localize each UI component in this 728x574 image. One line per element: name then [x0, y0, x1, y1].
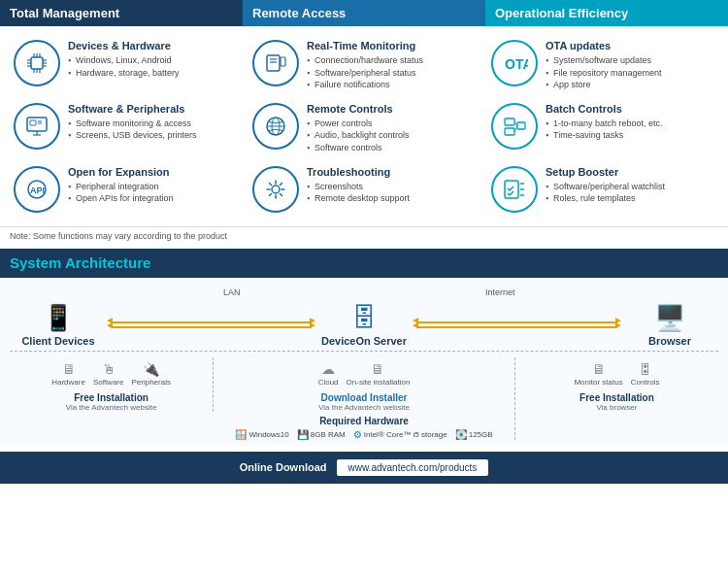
req-hw-title: Required Hardware	[319, 416, 409, 426]
feature-bullet: Connection/hardware status	[307, 54, 423, 67]
sub-label: Cloud	[318, 378, 339, 387]
feature-icon-4	[252, 103, 299, 150]
client-icon: 📱	[43, 303, 74, 333]
feature-item-0: Devices & Hardware Windows, Linux, Andro…	[6, 34, 245, 97]
feature-icon-1	[252, 40, 299, 86]
feature-title-6: Open for Expansion	[68, 166, 174, 178]
note-text: Note: Some functions may vary according …	[10, 231, 227, 241]
feature-item-3: Software & Peripherals Software monitori…	[6, 97, 245, 160]
feature-bullets-3: Software monitoring & accessScreens, USB…	[68, 118, 197, 142]
server-bottom: ☁Cloud🖥On-site installation Download Ins…	[214, 357, 515, 440]
online-label: Online Download	[240, 461, 327, 473]
server-sub-items: ☁Cloud🖥On-site installation	[318, 361, 411, 387]
server-sub-item: ☁Cloud	[318, 361, 339, 387]
client-install-sub: Via the Advantech website	[66, 403, 157, 412]
arch-browser-node: 🖥️ Browser	[621, 303, 718, 347]
svg-text:OTA: OTA	[505, 56, 528, 72]
sub-icon: ☁	[321, 361, 335, 377]
sub-label: Peripherals	[131, 378, 170, 387]
browser-sub-item: 🖥Monitor status	[574, 361, 622, 387]
hw-spec: 💽125GB	[455, 429, 493, 440]
server-sub-item: 🖥On-site installation	[347, 361, 411, 387]
sub-label: Controls	[631, 378, 660, 387]
header-total-label: Total Management	[10, 6, 119, 20]
hw-icon: 💾	[297, 429, 309, 440]
feature-content-4: Remote Controls Power controlsAudio, bac…	[307, 103, 410, 154]
feature-bullet: Hardware, storage, battery	[68, 67, 180, 80]
arch-server-node: 🗄 DeviceOn Server	[315, 303, 413, 347]
feature-bullet: Remote desktop support	[307, 192, 410, 205]
feature-bullet: Screenshots	[307, 181, 410, 193]
sub-icon: 🖥	[592, 361, 606, 377]
svg-rect-29	[517, 122, 525, 129]
sub-label: Software	[93, 378, 124, 387]
sub-label: On-site installation	[347, 378, 411, 387]
sub-icon: 🔌	[143, 361, 159, 377]
feature-bullet: 1-to-many batch reboot, etc.	[546, 118, 663, 130]
feature-title-7: Troubleshooting	[307, 166, 410, 178]
feature-title-8: Setup Booster	[546, 166, 665, 178]
arch-bottom-row: 🖥Hardware🖱Software🔌Peripherals Free Inst…	[10, 351, 718, 440]
svg-rect-16	[281, 57, 285, 66]
feature-item-6: API Open for Expansion Peripheral integr…	[6, 160, 245, 219]
arch-client-node: 📱 Client Devices	[10, 303, 107, 347]
features-grid: Devices & Hardware Windows, Linux, Andro…	[0, 26, 728, 227]
online-url[interactable]: www.advantech.com/products	[337, 459, 489, 476]
feature-title-0: Devices & Hardware	[68, 40, 180, 51]
feature-content-8: Setup Booster Software/peripheral watchl…	[546, 166, 665, 205]
hw-icon: ⚙	[353, 429, 362, 440]
download-sub: Via the Advantech website	[318, 403, 410, 412]
feature-bullets-0: Windows, Linux, AndroidHardware, storage…	[68, 54, 180, 79]
header-remote-label: Remote Access	[252, 6, 346, 20]
sub-icon: 🖱	[102, 361, 116, 377]
feature-bullet: Software/peripheral watchlist	[546, 181, 665, 193]
browser-sub-items: 🖥Monitor status🎛Controls	[574, 361, 659, 387]
feature-title-3: Software & Peripherals	[68, 103, 197, 115]
feature-bullet: Roles, rule templates	[546, 192, 665, 205]
arch-header: System Architecture	[0, 249, 728, 278]
sub-icon: 🖥	[371, 361, 384, 377]
feature-icon-0	[14, 40, 60, 86]
hw-spec-label: 8GB RAM	[311, 430, 346, 439]
feature-bullet: Time-saving tasks	[546, 129, 663, 142]
feature-content-2: OTA updates System/software updatesFile …	[546, 40, 662, 91]
feature-icon-3	[14, 103, 60, 150]
feature-bullet: Open APIs for integration	[68, 192, 174, 205]
arch-internet-arrow: ◄ ► ◄ ►	[413, 321, 621, 328]
browser-title: Browser	[648, 335, 691, 347]
feature-bullet: Software monitoring & access	[68, 118, 197, 130]
feature-title-5: Batch Controls	[546, 103, 663, 115]
client-title: Client Devices	[21, 335, 94, 347]
feature-item-1: Real-Time Monitoring Connection/hardware…	[245, 34, 483, 97]
feature-bullet: Screens, USB devices, printers	[68, 129, 197, 142]
svg-text:API: API	[30, 186, 45, 195]
feature-icon-7	[252, 166, 299, 213]
arch-lan-arrow: ◄ ► ◄ ►	[107, 321, 315, 328]
feature-bullets-7: ScreenshotsRemote desktop support	[307, 181, 410, 205]
feature-bullets-8: Software/peripheral watchlistRoles, rule…	[546, 181, 665, 205]
feature-content-6: Open for Expansion Peripheral integratio…	[68, 166, 174, 205]
feature-icon-8	[491, 166, 538, 213]
hw-spec: 💾8GB RAM	[297, 429, 346, 440]
feature-bullet: Peripheral integration	[68, 181, 174, 193]
sub-label: Monitor status	[574, 378, 622, 387]
feature-bullet: Power controls	[307, 118, 410, 130]
feature-bullets-4: Power controlsAudio, backlight controlsS…	[307, 118, 410, 154]
hw-spec-label: Windows10	[248, 430, 288, 439]
hw-spec-label: 125GB	[469, 430, 493, 439]
feature-bullets-2: System/software updatesFile repository m…	[546, 54, 662, 91]
browser-install-title: Free Installation	[579, 392, 654, 403]
feature-content-5: Batch Controls 1-to-many batch reboot, e…	[546, 103, 663, 142]
feature-icon-6: API	[14, 166, 60, 213]
client-sub-item: 🖥Hardware	[51, 361, 85, 387]
hw-spec-label: Intel® Core™ i5 storage	[364, 430, 447, 439]
feature-bullet: System/software updates	[546, 54, 662, 67]
browser-sub-item: 🎛Controls	[631, 361, 660, 387]
header-remote: Remote Access	[243, 0, 485, 26]
feature-bullet: Failure notifications	[307, 79, 423, 91]
feature-bullets-6: Peripheral integrationOpen APIs for inte…	[68, 181, 174, 205]
download-title[interactable]: Download Installer	[321, 392, 408, 403]
header-total: Total Management	[0, 0, 243, 26]
svg-rect-21	[30, 120, 36, 125]
feature-bullets-5: 1-to-many batch reboot, etc.Time-saving …	[546, 118, 663, 142]
